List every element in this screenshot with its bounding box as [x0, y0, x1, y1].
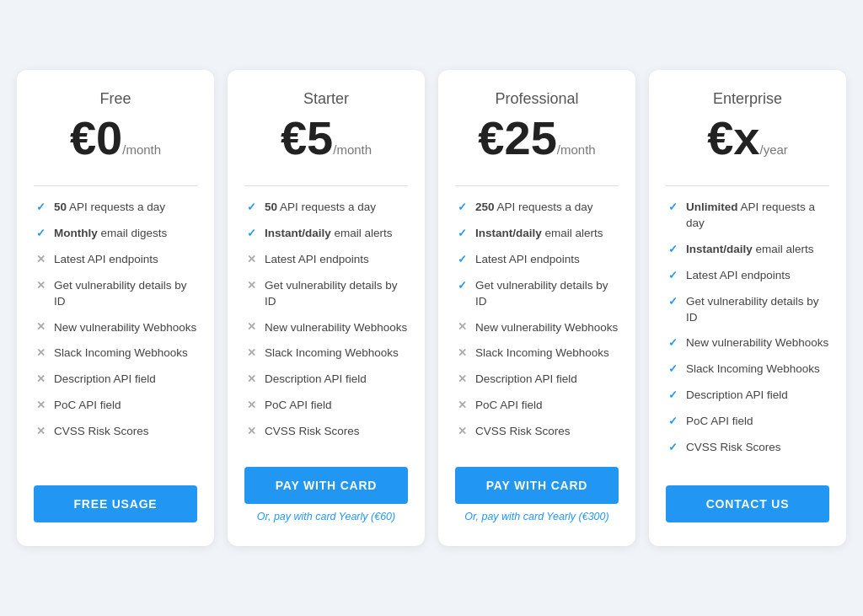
list-item: ✓Latest API endpoints	[455, 252, 619, 268]
plan-period-starter: /month	[333, 142, 372, 157]
plan-amount-free: €0	[70, 111, 122, 164]
cross-icon: ✕	[244, 425, 258, 438]
list-item: ✕CVSS Risk Scores	[455, 424, 619, 440]
check-icon: ✓	[666, 243, 679, 256]
btn-area-professional: PAY WITH CARDOr, pay with card Yearly (€…	[455, 467, 619, 522]
plan-name-professional: Professional	[455, 90, 619, 108]
plan-price-enterprise: €x/year	[666, 115, 829, 162]
plan-amount-professional: €25	[478, 111, 556, 164]
features-list-free: ✓50 API requests a day✓Monthly email dig…	[34, 200, 197, 469]
feature-text-enterprise-1: Instant/daily email alerts	[686, 242, 814, 258]
plan-card-free: Free€0/month✓50 API requests a day✓Month…	[17, 70, 214, 546]
list-item: ✓Get vulnerability details by ID	[455, 278, 619, 310]
cross-icon: ✕	[455, 399, 469, 412]
list-item: ✓New vulnerability Webhooks	[666, 335, 829, 351]
list-item: ✕CVSS Risk Scores	[34, 424, 197, 440]
cross-icon: ✕	[34, 253, 47, 266]
check-icon: ✓	[455, 279, 469, 292]
list-item: ✕Description API field	[244, 372, 408, 388]
list-item: ✕New vulnerability Webhooks	[244, 320, 408, 336]
cross-icon: ✕	[34, 425, 47, 438]
feature-text-enterprise-5: Slack Incoming Webhooks	[686, 362, 820, 378]
yearly-note-starter: Or, pay with card Yearly (€60)	[257, 511, 395, 522]
feature-text-professional-6: Description API field	[475, 372, 577, 388]
list-item: ✕Description API field	[34, 372, 197, 388]
list-item: ✓Unlimited API requests a day	[666, 200, 829, 232]
feature-text-professional-8: CVSS Risk Scores	[475, 424, 571, 440]
btn-area-starter: PAY WITH CARDOr, pay with card Yearly (€…	[244, 467, 408, 522]
plan-period-enterprise: /year	[759, 142, 787, 157]
feature-text-starter-0: 50 API requests a day	[265, 200, 376, 216]
feature-text-free-2: Latest API endpoints	[54, 252, 158, 268]
feature-text-professional-7: PoC API field	[475, 398, 543, 414]
plan-name-starter: Starter	[244, 90, 408, 108]
list-item: ✓Slack Incoming Webhooks	[666, 362, 829, 378]
plan-period-professional: /month	[557, 142, 596, 157]
check-icon: ✓	[666, 269, 679, 282]
list-item: ✓Instant/daily email alerts	[244, 226, 408, 242]
list-item: ✕PoC API field	[455, 398, 619, 414]
plan-amount-enterprise: €x	[707, 111, 759, 164]
list-item: ✕PoC API field	[244, 398, 408, 414]
plan-price-free: €0/month	[34, 115, 197, 162]
features-list-professional: ✓250 API requests a day✓Instant/daily em…	[455, 200, 619, 450]
plan-name-enterprise: Enterprise	[666, 90, 829, 108]
cta-button-free[interactable]: FREE USAGE	[34, 485, 197, 522]
check-icon: ✓	[455, 201, 469, 214]
check-icon: ✓	[666, 388, 679, 402]
list-item: ✓50 API requests a day	[244, 200, 408, 216]
check-icon: ✓	[455, 227, 469, 240]
check-icon: ✓	[666, 441, 679, 454]
feature-text-professional-2: Latest API endpoints	[475, 252, 580, 268]
list-item: ✓Description API field	[666, 388, 829, 404]
cross-icon: ✕	[244, 253, 258, 266]
list-item: ✓Monthly email digests	[34, 226, 197, 242]
plan-price-professional: €25/month	[455, 115, 619, 162]
plan-name-free: Free	[34, 90, 197, 108]
feature-text-starter-4: New vulnerability Webhooks	[265, 320, 407, 336]
cross-icon: ✕	[34, 346, 47, 360]
check-icon: ✓	[34, 201, 47, 214]
list-item: ✓250 API requests a day	[455, 200, 619, 216]
plan-price-starter: €5/month	[244, 115, 408, 162]
cross-icon: ✕	[455, 372, 469, 386]
feature-text-enterprise-0: Unlimited API requests a day	[686, 200, 829, 232]
divider-enterprise	[666, 185, 829, 186]
cross-icon: ✕	[34, 321, 47, 335]
cta-button-starter[interactable]: PAY WITH CARD	[244, 467, 408, 504]
list-item: ✓50 API requests a day	[34, 200, 197, 216]
cross-icon: ✕	[34, 399, 47, 412]
plan-card-starter: Starter€5/month✓50 API requests a day✓In…	[228, 70, 425, 546]
btn-area-free: FREE USAGE	[34, 485, 197, 522]
feature-text-enterprise-7: PoC API field	[686, 414, 753, 430]
feature-text-starter-8: CVSS Risk Scores	[265, 424, 360, 440]
list-item: ✓Get vulnerability details by ID	[666, 294, 829, 326]
list-item: ✕New vulnerability Webhooks	[34, 320, 197, 336]
check-icon: ✓	[244, 227, 258, 240]
feature-text-enterprise-3: Get vulnerability details by ID	[686, 294, 829, 326]
feature-text-starter-3: Get vulnerability details by ID	[265, 278, 408, 310]
feature-text-enterprise-4: New vulnerability Webhooks	[686, 335, 828, 351]
list-item: ✕Slack Incoming Webhooks	[455, 345, 619, 362]
features-list-starter: ✓50 API requests a day✓Instant/daily ema…	[244, 200, 408, 450]
list-item: ✕Latest API endpoints	[244, 252, 408, 268]
cta-button-enterprise[interactable]: CONTACT US	[666, 485, 829, 522]
feature-text-enterprise-8: CVSS Risk Scores	[686, 440, 781, 456]
cta-button-professional[interactable]: PAY WITH CARD	[455, 467, 619, 504]
feature-text-starter-6: Description API field	[265, 372, 367, 388]
feature-text-free-4: New vulnerability Webhooks	[54, 320, 196, 336]
list-item: ✕PoC API field	[34, 398, 197, 414]
feature-text-free-6: Description API field	[54, 372, 156, 388]
cross-icon: ✕	[244, 372, 258, 386]
feature-text-free-5: Slack Incoming Webhooks	[54, 345, 188, 362]
list-item: ✓PoC API field	[666, 414, 829, 430]
list-item: ✓Latest API endpoints	[666, 268, 829, 284]
list-item: ✕New vulnerability Webhooks	[455, 320, 619, 336]
btn-area-enterprise: CONTACT US	[666, 485, 829, 522]
list-item: ✓CVSS Risk Scores	[666, 440, 829, 456]
cross-icon: ✕	[455, 321, 469, 335]
feature-text-professional-1: Instant/daily email alerts	[475, 226, 603, 242]
feature-text-starter-1: Instant/daily email alerts	[265, 226, 393, 242]
check-icon: ✓	[666, 201, 679, 214]
divider-professional	[455, 185, 619, 186]
